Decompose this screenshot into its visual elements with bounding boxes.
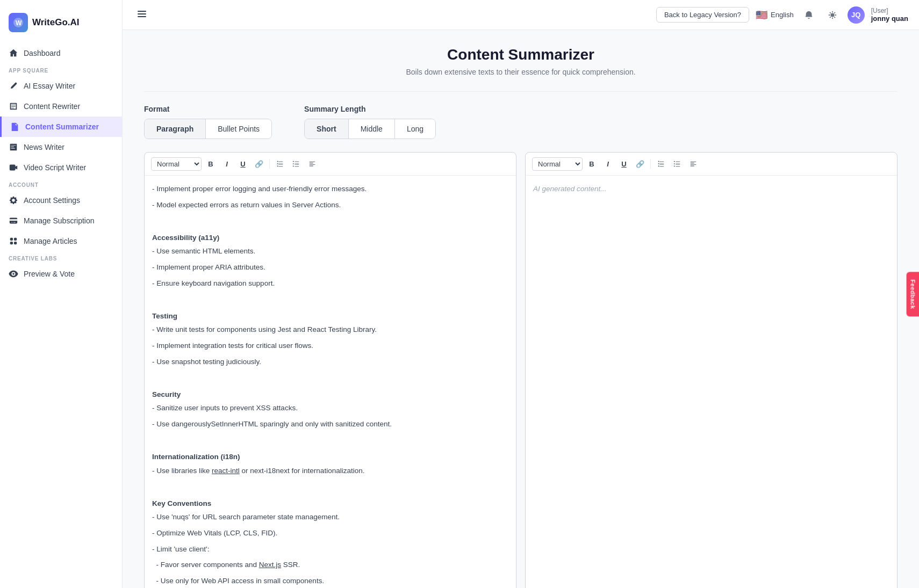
original-toolbar: Normal Heading 1 Heading 2 B I U 🔗 bbox=[145, 153, 516, 176]
sidebar: W WriteGo.AI Dashboard APP SQUARE AI Ess… bbox=[0, 0, 123, 588]
flag-icon: 🇺🇸 bbox=[756, 9, 767, 21]
result-format-select[interactable]: Normal Heading 1 Heading 2 bbox=[532, 157, 583, 171]
link-button[interactable]: 🔗 bbox=[252, 157, 266, 171]
language-selector[interactable]: 🇺🇸 English bbox=[756, 9, 794, 21]
summary-length-middle-button[interactable]: Middle bbox=[349, 119, 395, 139]
gear-icon bbox=[9, 195, 18, 205]
doc-icon bbox=[10, 122, 20, 132]
content-area: Content Summarizer Boils down extensive … bbox=[123, 30, 919, 588]
menu-button[interactable] bbox=[133, 5, 150, 25]
sidebar-item-manage-subscription[interactable]: Manage Subscription bbox=[0, 210, 122, 231]
pen-icon bbox=[9, 81, 18, 91]
format-group: Format Paragraph Bullet Points bbox=[144, 105, 272, 139]
avatar: JQ bbox=[848, 6, 865, 24]
sidebar-item-video-script-writer[interactable]: Video Script Writer bbox=[0, 157, 122, 178]
original-content-panel: Normal Heading 1 Heading 2 B I U 🔗 bbox=[144, 152, 516, 588]
creative-labs-section: CREATIVE LABS bbox=[0, 251, 122, 264]
result-toolbar-divider bbox=[650, 159, 651, 169]
bold-button[interactable]: B bbox=[204, 157, 218, 171]
book-icon bbox=[9, 101, 18, 111]
sidebar-item-dashboard[interactable]: Dashboard bbox=[0, 43, 122, 63]
format-label: Format bbox=[144, 105, 272, 113]
sidebar-item-account-settings[interactable]: Account Settings bbox=[0, 190, 122, 210]
result-ordered-list-button[interactable] bbox=[654, 157, 668, 171]
sidebar-item-preview-vote[interactable]: Preview & Vote bbox=[0, 264, 122, 284]
format-bullet-points-button[interactable]: Bullet Points bbox=[206, 119, 271, 139]
topbar: Back to Legacy Version? 🇺🇸 English JQ [U… bbox=[123, 0, 919, 30]
card-icon bbox=[9, 216, 18, 226]
legacy-version-button[interactable]: Back to Legacy Version? bbox=[656, 7, 749, 23]
app-square-section: APP SQUARE bbox=[0, 63, 122, 76]
result-toolbar: Normal Heading 1 Heading 2 B I U 🔗 bbox=[526, 153, 897, 176]
grid-icon bbox=[9, 236, 18, 246]
news-icon bbox=[9, 142, 18, 152]
ordered-list-button[interactable] bbox=[273, 157, 287, 171]
sidebar-item-news-writer[interactable]: News Writer bbox=[0, 137, 122, 157]
logo-text: WriteGo.AI bbox=[32, 17, 80, 28]
svg-text:W: W bbox=[16, 19, 22, 27]
summary-length-group: Summary Length Short Middle Long bbox=[304, 105, 436, 139]
logo-icon: W bbox=[9, 13, 28, 32]
format-paragraph-button[interactable]: Paragraph bbox=[145, 119, 206, 139]
underline-button[interactable]: U bbox=[236, 157, 250, 171]
result-bold-button[interactable]: B bbox=[585, 157, 599, 171]
result-italic-button[interactable]: I bbox=[601, 157, 615, 171]
original-content-editor[interactable]: - Implement proper error logging and use… bbox=[145, 176, 516, 588]
video-icon bbox=[9, 163, 18, 172]
eye-icon bbox=[9, 269, 18, 279]
options-row: Format Paragraph Bullet Points Summary L… bbox=[144, 105, 898, 139]
sidebar-item-content-summarizer[interactable]: Content Summarizer bbox=[0, 117, 122, 137]
italic-button[interactable]: I bbox=[220, 157, 234, 171]
align-button[interactable] bbox=[305, 157, 319, 171]
logo: W WriteGo.AI bbox=[0, 9, 122, 43]
account-section: ACCOUNT bbox=[0, 178, 122, 190]
toolbar-divider bbox=[269, 159, 270, 169]
sidebar-item-manage-articles[interactable]: Manage Articles bbox=[0, 231, 122, 251]
result-align-button[interactable] bbox=[686, 157, 700, 171]
main-area: Back to Legacy Version? 🇺🇸 English JQ [U… bbox=[123, 0, 919, 588]
home-icon bbox=[9, 48, 18, 58]
notification-button[interactable] bbox=[800, 6, 817, 24]
result-underline-button[interactable]: U bbox=[617, 157, 631, 171]
sidebar-item-ai-essay-writer[interactable]: AI Essay Writer bbox=[0, 76, 122, 96]
summary-length-btn-group: Short Middle Long bbox=[304, 119, 436, 139]
original-format-select[interactable]: Normal Heading 1 Heading 2 bbox=[151, 157, 202, 171]
result-content-area: AI generated content... bbox=[526, 176, 897, 588]
theme-toggle-button[interactable] bbox=[824, 6, 841, 24]
result-link-button[interactable]: 🔗 bbox=[633, 157, 647, 171]
page-subtitle: Boils down extensive texts to their esse… bbox=[144, 68, 898, 76]
page-title: Content Summarizer bbox=[144, 46, 898, 63]
user-info: [User] jonny quan bbox=[871, 7, 908, 23]
summary-length-long-button[interactable]: Long bbox=[395, 119, 435, 139]
format-btn-group: Paragraph Bullet Points bbox=[144, 119, 272, 139]
divider bbox=[144, 91, 898, 92]
editors-row: Normal Heading 1 Heading 2 B I U 🔗 bbox=[144, 152, 898, 588]
unordered-list-button[interactable] bbox=[289, 157, 303, 171]
feedback-tab[interactable]: Feedback bbox=[906, 272, 919, 316]
result-unordered-list-button[interactable] bbox=[670, 157, 684, 171]
sidebar-item-content-rewriter[interactable]: Content Rewriter bbox=[0, 96, 122, 117]
result-panel: Normal Heading 1 Heading 2 B I U 🔗 bbox=[525, 152, 898, 588]
summary-length-label: Summary Length bbox=[304, 105, 436, 113]
summary-length-short-button[interactable]: Short bbox=[305, 119, 349, 139]
